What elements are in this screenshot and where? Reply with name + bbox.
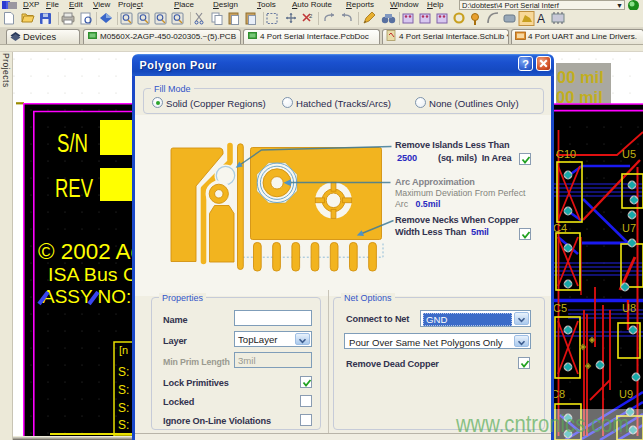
svg-text:© 2002 Ad: © 2002 Ad <box>38 239 143 264</box>
svg-text:2: 2 <box>309 13 313 19</box>
svg-text:S:: S: <box>118 383 129 397</box>
svg-text:S:: S: <box>118 418 129 432</box>
svg-text:A: A <box>537 12 545 26</box>
svg-text:S:: S: <box>118 365 129 379</box>
svg-text:S/N: S/N <box>57 128 88 158</box>
svg-text:C5: C5 <box>553 302 567 314</box>
svg-text:00 mil: 00 mil <box>557 68 604 86</box>
svg-text:C4: C4 <box>553 222 567 234</box>
svg-text:[n: [n <box>119 344 128 356</box>
svg-text:U8: U8 <box>622 302 636 314</box>
svg-text:U9: U9 <box>619 388 633 400</box>
svg-text:U7: U7 <box>622 222 636 234</box>
svg-text:C10: C10 <box>556 148 576 160</box>
svg-text:REV: REV <box>55 173 93 203</box>
svg-text:S:: S: <box>118 401 129 415</box>
svg-text:U5: U5 <box>622 148 636 160</box>
